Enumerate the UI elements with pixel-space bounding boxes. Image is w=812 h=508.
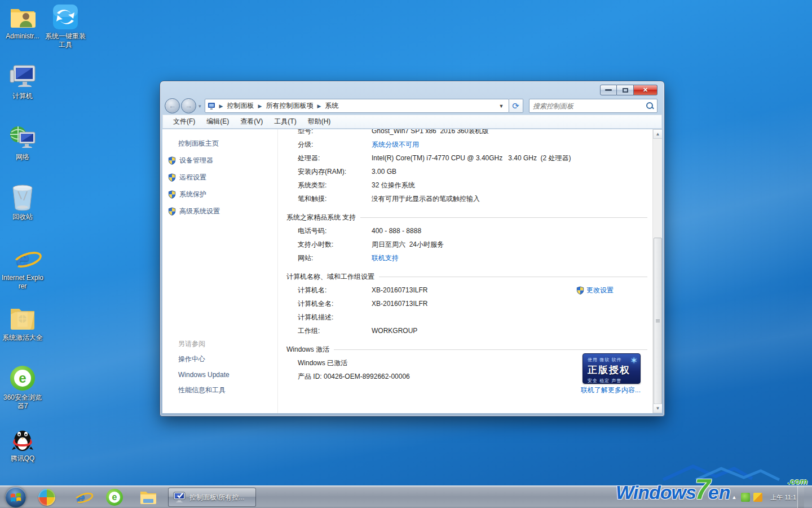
menu-help[interactable]: 帮助(H) — [302, 115, 337, 128]
close-button[interactable]: ✕ — [634, 85, 657, 95]
refresh-icon: ⟳ — [512, 101, 519, 111]
tray-expand-icon[interactable]: ▲ — [731, 494, 736, 500]
sidebar-item-windows-update[interactable]: Windows Update — [178, 371, 277, 379]
desktop-icon-computer[interactable]: 计算机 — [1, 63, 44, 100]
genuine-software-badge[interactable]: 使用 微软 软件 正版授权 安全 稳定 声誉 ✶ — [582, 353, 641, 384]
change-settings-link[interactable]: 更改设置 — [576, 286, 614, 295]
desktop-icon-network[interactable]: 网络 — [1, 124, 44, 161]
sidebar-item-performance-tools[interactable]: 性能信息和工具 — [178, 386, 277, 395]
desktop-icon-reinstall-tool[interactable]: 系统一键重装工具 — [44, 3, 87, 49]
badge-line1: 使用 微软 软件 — [588, 357, 636, 363]
info-row-phone: 电话号码: 400 - 888 - 8888 — [286, 224, 647, 238]
field-value: Ghost_Win7 SP1 x86 2016 360装机版 — [372, 129, 488, 136]
sidebar-item-control-panel-home[interactable]: 控制面板主页 — [178, 139, 277, 148]
grip-icon — [656, 319, 660, 323]
network-icon — [9, 124, 36, 151]
scroll-up-button[interactable]: ▲ — [653, 129, 662, 139]
vertical-scrollbar[interactable]: ▲ ▼ — [652, 129, 662, 413]
pinwheel-icon — [38, 489, 55, 506]
360-safety-taskbar-icon[interactable] — [32, 487, 62, 507]
arrow-down-icon: ▼ — [656, 406, 660, 411]
desktop-icon-qq[interactable]: 腾讯QQ — [1, 426, 44, 463]
badge-star-icon: ✶ — [630, 355, 638, 366]
breadcrumb-arrow-icon: ▶ — [317, 103, 321, 109]
user-folder-icon — [9, 3, 36, 30]
mountains-logo-icon — [662, 464, 780, 481]
360-browser-icon: e — [106, 489, 123, 506]
sidebar-item-device-manager[interactable]: 设备管理器 — [168, 156, 277, 165]
online-support-link[interactable]: 联机支持 — [372, 253, 399, 263]
recent-pages-chevron-icon[interactable]: ▾ — [198, 103, 201, 109]
menu-file[interactable]: 文件(F) — [167, 115, 201, 128]
address-dropdown-icon[interactable]: ▼ — [497, 103, 506, 109]
clock-time: 上午 11:1 — [770, 494, 796, 501]
taskbar-clock[interactable]: 上午 11:1 — [770, 494, 796, 501]
info-row-ram: 安装内存(RAM): 3.00 GB — [286, 165, 647, 178]
section-header-support: 系统之家精品系统 支持 — [286, 211, 647, 224]
breadcrumb-all-items[interactable]: 所有控制面板项 — [266, 101, 313, 111]
back-button[interactable]: ← — [165, 98, 180, 113]
sidebar-item-label: 系统保护 — [179, 190, 206, 199]
360-browser-icon: e — [9, 365, 36, 392]
taskbar-active-window-button[interactable]: 控制面板\所有控... — [168, 488, 256, 507]
sidebar: 控制面板主页 设备管理器 远程设置 系统保护 高级系统设置 — [162, 129, 278, 413]
folder-icon — [140, 490, 157, 505]
desktop-icon-label: Internet Explorer — [1, 274, 44, 291]
field-label: 笔和触摸: — [286, 194, 372, 204]
desktop-background: Administr... 系统一键重装工具 计算机 网络 回收站 e Inter… — [0, 0, 812, 508]
refresh-button[interactable]: ⟳ — [509, 99, 523, 113]
menu-edit[interactable]: 编辑(E) — [201, 115, 235, 128]
desktop-icon-administrator[interactable]: Administr... — [1, 3, 44, 41]
menu-view[interactable]: 查看(V) — [235, 115, 268, 128]
desktop-icon-label: 系统激活大全 — [1, 334, 44, 342]
info-row-full-name: 计算机全名: XB-20160713ILFR — [286, 297, 647, 310]
explorer-taskbar-icon[interactable] — [133, 487, 164, 507]
field-label: 计算机名: — [286, 286, 372, 295]
info-row-model: 型号: Ghost_Win7 SP1 x86 2016 360装机版 — [286, 129, 647, 138]
sidebar-item-system-protection[interactable]: 系统保护 — [168, 190, 277, 199]
info-row-hours: 支持小时数: 周日至周六 24小时服务 — [286, 238, 647, 251]
breadcrumb-control-panel[interactable]: 控制面板 — [227, 101, 254, 111]
see-also-header: 另请参阅 — [178, 339, 277, 349]
desktop-icon-label: 系统一键重装工具 — [44, 32, 87, 49]
learn-more-link[interactable]: 联机了解更多内容... — [581, 386, 641, 394]
breadcrumb-system[interactable]: 系统 — [325, 101, 338, 111]
scroll-down-button[interactable]: ▼ — [653, 404, 662, 413]
info-row-pen-touch: 笔和触摸: 没有可用于此显示器的笔或触控输入 — [286, 192, 647, 205]
desktop-icon-360-browser[interactable]: e 360安全浏览器7 — [1, 365, 44, 410]
sidebar-item-advanced-settings[interactable]: 高级系统设置 — [168, 207, 277, 216]
ie-taskbar-icon[interactable]: e — [65, 487, 96, 507]
sidebar-item-remote-settings[interactable]: 远程设置 — [168, 173, 277, 182]
minimize-button[interactable] — [600, 85, 617, 95]
ie-icon: e — [9, 245, 36, 272]
tray-flag-icon[interactable] — [753, 493, 762, 502]
maximize-button[interactable] — [617, 85, 634, 95]
field-value: 3.00 GB — [372, 168, 396, 176]
search-box[interactable] — [529, 99, 657, 113]
desktop-icon-internet-explorer[interactable]: e Internet Explorer — [1, 245, 44, 291]
window-titlebar[interactable]: ✕ — [160, 81, 664, 97]
field-label: 型号: — [286, 129, 372, 136]
address-bar[interactable]: ▶ 控制面板 ▶ 所有控制面板项 ▶ 系统 ▼ — [205, 99, 509, 113]
forward-button[interactable]: → — [181, 98, 196, 113]
badge-title: 正版授权 — [588, 364, 636, 376]
scrollbar-thumb[interactable] — [654, 238, 662, 404]
search-input[interactable] — [533, 102, 646, 110]
field-label: 处理器: — [286, 154, 372, 163]
desktop-icon-activation-folder[interactable]: 系统激活大全 — [1, 305, 44, 342]
breadcrumb-arrow-icon: ▶ — [258, 103, 262, 109]
desktop-icon-recycle-bin[interactable]: 回收站 — [1, 184, 44, 221]
rating-link[interactable]: 系统分级不可用 — [372, 140, 419, 150]
field-label: 分级: — [286, 140, 372, 150]
menu-tools[interactable]: 工具(T) — [268, 115, 302, 128]
field-label: 安装内存(RAM): — [286, 167, 372, 177]
field-label: 计算机全名: — [286, 299, 372, 309]
start-button[interactable] — [3, 487, 28, 507]
computer-icon — [9, 63, 36, 90]
360-browser-taskbar-icon[interactable]: e — [99, 487, 130, 507]
field-value: 32 位操作系统 — [372, 181, 415, 190]
tray-360-icon[interactable] — [741, 493, 750, 502]
sidebar-item-action-center[interactable]: 操作中心 — [178, 354, 277, 364]
windows-flag-icon — [10, 492, 21, 503]
show-desktop-button[interactable] — [797, 486, 804, 508]
